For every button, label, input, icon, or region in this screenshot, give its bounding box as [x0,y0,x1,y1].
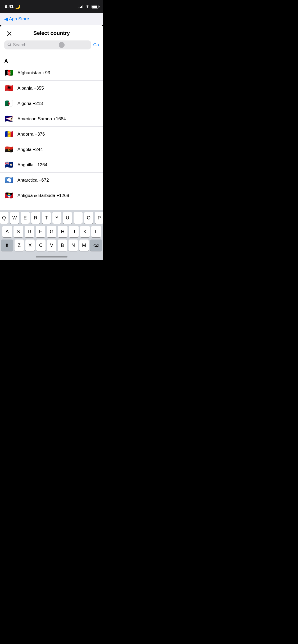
list-item[interactable]: 🇦🇶 Antarctica +672 [0,173,103,188]
keyboard-row-1: QWERTYUIOP [1,212,102,224]
country-flag: 🇦🇮 [4,161,14,169]
back-label: App Store [9,16,29,22]
moon-icon: 🌙 [15,4,20,10]
country-name: Afghanistan +93 [17,70,50,76]
key-w[interactable]: W [10,212,19,224]
country-list: 🇦🇫 Afghanistan +93 🇦🇱 Albania +355 🇩🇿 Al… [0,65,103,203]
key-z[interactable]: Z [15,240,24,251]
key-d[interactable]: D [25,226,34,237]
signal-icon [79,5,83,8]
key-p[interactable]: P [95,212,103,224]
country-name: Andorra +376 [17,132,45,137]
key-a[interactable]: A [2,226,12,237]
svg-line-3 [10,45,11,47]
time-display: 9:41 [5,4,13,9]
key-g[interactable]: G [47,226,56,237]
close-button[interactable] [5,30,13,38]
list-item[interactable]: 🇦🇫 Afghanistan +93 [0,65,103,81]
list-item[interactable]: 🇦🇱 Albania +355 [0,81,103,96]
country-name: Antigua & Barbuda +1268 [17,193,69,198]
divider [0,54,103,54]
country-flag: 🇩🇿 [4,99,14,108]
key-j[interactable]: J [69,226,79,237]
country-flag: 🇦🇴 [4,145,14,154]
list-item[interactable]: 🇩🇿 Algeria +213 [0,96,103,111]
country-name: Antarctica +672 [17,178,49,183]
home-indicator [1,253,102,260]
key-b[interactable]: B [58,240,67,251]
country-name: American Samoa +1684 [17,116,66,122]
battery-icon [92,5,98,8]
select-country-modal: Select country Ca A 🇦🇫 Afghanistan +93 🇦… [0,25,103,210]
status-bar: 9:41 🌙 [0,0,103,13]
section-header-a: A [0,56,103,65]
key-f[interactable]: F [36,226,45,237]
cancel-button[interactable]: Ca [93,42,99,48]
country-name: Albania +355 [17,86,44,91]
list-item[interactable]: 🇦🇬 Antigua & Barbuda +1268 [0,188,103,203]
list-item[interactable]: 🇦🇩 Andorra +376 [0,127,103,142]
country-flag: 🇦🇬 [4,191,14,200]
country-name: Anguilla +1264 [17,162,47,168]
key-h[interactable]: H [58,226,67,237]
key-t[interactable]: T [42,212,51,224]
key-e[interactable]: E [21,212,30,224]
search-input-container[interactable] [4,40,91,49]
key-r[interactable]: R [31,212,40,224]
list-item[interactable]: 🇦🇴 Angola +244 [0,142,103,157]
home-bar [36,256,67,257]
country-flag: 🇦🇱 [4,84,14,92]
status-icons [79,4,98,9]
key-o[interactable]: O [84,212,93,224]
key-l[interactable]: L [91,226,101,237]
search-icon [7,43,11,47]
back-chevron-icon: ◀ [4,16,8,22]
delete-key[interactable]: ⌫ [90,240,102,251]
search-input[interactable] [13,43,88,47]
country-flag: 🇦🇶 [4,176,14,184]
key-u[interactable]: U [63,212,72,224]
key-s[interactable]: S [13,226,23,237]
search-bar-wrapper: Ca [0,40,103,54]
app-store-nav[interactable]: ◀ App Store [0,13,103,25]
key-y[interactable]: Y [52,212,61,224]
key-i[interactable]: I [74,212,83,224]
country-name: Angola +244 [17,147,43,152]
wifi-icon [85,4,90,9]
keyboard-row-3: ⬆ZXCVBNM⌫ [1,240,102,251]
keyboard-row-2: ASDFGHJKL [1,226,102,237]
key-x[interactable]: X [25,240,35,251]
modal-header: Select country [0,25,103,40]
key-q[interactable]: Q [0,212,8,224]
keyboard[interactable]: QWERTYUIOP ASDFGHJKL ⬆ZXCVBNM⌫ [0,210,103,260]
key-c[interactable]: C [36,240,46,251]
modal-title: Select country [33,30,70,36]
shift-key[interactable]: ⬆ [1,240,13,251]
key-v[interactable]: V [47,240,56,251]
key-k[interactable]: K [80,226,90,237]
country-flag: 🇦🇸 [4,115,14,123]
list-item[interactable]: 🇦🇮 Anguilla +1264 [0,157,103,173]
status-time: 9:41 🌙 [5,4,20,10]
country-flag: 🇦🇩 [4,130,14,138]
list-item[interactable]: 🇦🇸 American Samoa +1684 [0,111,103,127]
key-m[interactable]: M [79,240,89,251]
country-name: Algeria +213 [17,101,43,106]
svg-point-2 [8,43,11,46]
country-flag: 🇦🇫 [4,69,14,77]
key-n[interactable]: N [69,240,78,251]
cursor-blob [59,42,65,48]
